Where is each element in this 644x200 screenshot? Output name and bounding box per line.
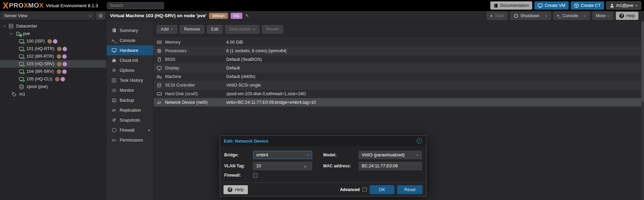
add-button[interactable]: Add bbox=[157, 25, 177, 34]
chip-icon bbox=[156, 57, 163, 62]
help-button[interactable]: ? Help bbox=[616, 12, 638, 20]
chevron-down-icon bbox=[89, 14, 92, 16]
vm-running-icon bbox=[19, 54, 24, 59]
online-check-icon: ✓ bbox=[19, 34, 22, 37]
hardware-row-network-device[interactable]: ⇄ Network Device (net0) virtio=BC:24:11:… bbox=[154, 98, 644, 107]
disk-action-button[interactable]: Disk Action bbox=[225, 25, 259, 34]
edit-button[interactable]: Edit bbox=[207, 25, 223, 34]
documentation-button[interactable]: Documentation bbox=[490, 1, 532, 10]
memory-icon bbox=[156, 41, 163, 44]
chevron-down-icon[interactable] bbox=[416, 153, 419, 156]
collapse-icon[interactable] bbox=[10, 33, 13, 35]
tag-dot bbox=[62, 54, 67, 59]
cpu-icon bbox=[156, 48, 163, 53]
menu-item-snapshots[interactable]: ↺ Snapshots bbox=[107, 115, 153, 125]
menu-item-replication[interactable]: ⇄ Replication bbox=[107, 105, 153, 115]
vm-running-icon bbox=[19, 69, 24, 74]
view-selector[interactable]: Server View bbox=[1, 12, 95, 20]
server-icon bbox=[8, 24, 14, 29]
tree-item-vm-104[interactable]: 104 (BR-SRV) bbox=[0, 68, 106, 75]
revert-button[interactable]: Revert bbox=[262, 25, 283, 34]
tag-m1[interactable]: m1 bbox=[231, 13, 243, 19]
menu-item-firewall[interactable]: Firewall ▸ bbox=[107, 125, 153, 135]
edit-network-device-dialog: Edit: Network Device × Bridge: vmbr4 Mod… bbox=[220, 135, 426, 197]
vlan-tag-spinner[interactable]: 10 bbox=[253, 162, 312, 170]
tree-item-storage-zpool[interactable]: zpool (pve) bbox=[0, 83, 106, 90]
hardware-row-machine[interactable]: ⚙⚙ Machine Default (i440fx) bbox=[154, 72, 644, 81]
tag-dot bbox=[62, 69, 67, 74]
hardware-row-scsi-controller[interactable]: SCSI Controller VirtIO SCSI single bbox=[154, 81, 644, 89]
create-vm-button[interactable]: Create VM bbox=[534, 1, 569, 10]
scrollbar-thumb[interactable] bbox=[642, 22, 644, 102]
chevron-down-icon[interactable] bbox=[545, 14, 548, 16]
hardware-row-hard-disk[interactable]: Hard Disk (scsi0) zpool:vm-103-disk-0,io… bbox=[154, 89, 644, 98]
user-menu-button[interactable]: m1@pve bbox=[606, 1, 641, 10]
menu-item-summary[interactable]: Summary bbox=[107, 25, 153, 35]
power-icon bbox=[514, 13, 518, 18]
tree-item-datacenter[interactable]: Datacenter bbox=[0, 22, 106, 30]
hardware-row-processors[interactable]: Processors 8 (1 sockets, 8 cores) [qemu6… bbox=[154, 46, 644, 55]
tree-item-vm-101[interactable]: 101 (HQ-RTR) bbox=[0, 45, 106, 53]
tree-item-pool-m1[interactable]: m1 bbox=[0, 90, 106, 98]
dialog-header[interactable]: Edit: Network Device × bbox=[220, 136, 426, 146]
running-play-icon bbox=[23, 72, 25, 75]
menu-item-cloud-init[interactable]: Cloud-Init bbox=[107, 55, 153, 65]
tree-item-vm-100[interactable]: 100 (ISP) bbox=[0, 37, 106, 45]
chevron-down-icon bbox=[171, 27, 173, 30]
close-icon[interactable]: × bbox=[417, 138, 422, 144]
menu-item-monitor[interactable]: Monitor bbox=[107, 85, 153, 95]
chevron-down-icon bbox=[607, 14, 610, 16]
sidebar-header: Server View ⚙ bbox=[0, 11, 107, 20]
vm-actions: ▶ Start Shutdown >_ Console More bbox=[487, 12, 638, 20]
model-combobox[interactable]: VirtIO (paravirtualized) bbox=[359, 151, 422, 159]
firewall-checkbox[interactable] bbox=[253, 173, 258, 178]
create-ct-button[interactable]: Create CT bbox=[571, 1, 604, 10]
collapse-icon[interactable] bbox=[3, 25, 6, 27]
replication-icon: ⇄ bbox=[111, 108, 117, 113]
tag-dot bbox=[61, 77, 65, 81]
tree-item-node-pve[interactable]: ✓ pve bbox=[0, 30, 106, 37]
tag-dot bbox=[57, 47, 62, 51]
hardware-row-memory[interactable]: Memory 4.00 GiB bbox=[154, 38, 644, 46]
vertical-scrollbar[interactable] bbox=[641, 21, 644, 200]
tag-dot bbox=[57, 62, 62, 66]
chevron-down-icon[interactable] bbox=[584, 14, 587, 16]
dialog-help-button[interactable]: ? Help bbox=[223, 185, 248, 194]
tag-debian[interactable]: debian bbox=[209, 13, 228, 19]
hardware-row-bios[interactable]: BIOS Default (SeaBIOS) bbox=[154, 55, 644, 64]
tree-item-vm-103[interactable]: 103 (HQ-SRV) bbox=[0, 60, 106, 68]
more-button[interactable]: More bbox=[592, 12, 613, 20]
menu-item-backup[interactable]: Backup bbox=[107, 95, 153, 105]
cube-icon bbox=[574, 3, 579, 8]
tag-dot bbox=[63, 47, 67, 51]
menu-item-task-history[interactable]: Task History bbox=[107, 75, 153, 85]
edit-tags-icon[interactable]: ✎ bbox=[245, 13, 249, 18]
console-button[interactable]: >_ Console bbox=[554, 12, 590, 20]
reset-button[interactable]: Reset bbox=[397, 185, 423, 194]
firewall-label: Firewall: bbox=[224, 173, 253, 178]
advanced-checkbox[interactable] bbox=[362, 187, 367, 192]
model-label: Model: bbox=[323, 153, 359, 157]
tree-item-vm-102[interactable]: 102 (BR-RTR) bbox=[0, 53, 106, 60]
sidebar-settings-button[interactable]: ⚙ bbox=[96, 12, 105, 20]
tree-item-vm-105[interactable]: 105 (HQ-CLI) bbox=[0, 75, 106, 83]
shutdown-button[interactable]: Shutdown bbox=[510, 12, 551, 20]
proxmox-app: XPROXMOX Virtual Environment 8.1.3 Docum… bbox=[0, 0, 644, 200]
menu-item-options[interactable]: ⚙ Options bbox=[107, 65, 153, 75]
chevron-down-icon[interactable] bbox=[306, 153, 309, 156]
running-play-icon bbox=[23, 79, 25, 82]
mac-address-field[interactable]: BC:24:11:77:E0:09 bbox=[359, 162, 422, 170]
remove-button[interactable]: Remove bbox=[180, 25, 204, 34]
tree-item-label: 104 (BR-SRV) bbox=[26, 69, 54, 74]
menu-item-hardware[interactable]: Hardware bbox=[107, 45, 153, 55]
start-button[interactable]: ▶ Start bbox=[487, 12, 507, 20]
menu-item-console[interactable]: >_ Console bbox=[107, 35, 153, 45]
chevron-down-icon bbox=[635, 3, 638, 6]
bridge-combobox[interactable]: vmbr4 bbox=[253, 151, 312, 159]
search-input[interactable] bbox=[107, 2, 164, 9]
hardware-row-display[interactable]: Display Default bbox=[154, 64, 644, 72]
tree-item-label: zpool (pve) bbox=[26, 84, 48, 89]
book-icon bbox=[111, 28, 117, 33]
menu-item-permissions[interactable]: Permissions bbox=[107, 135, 153, 145]
ok-button[interactable]: OK bbox=[370, 185, 394, 194]
